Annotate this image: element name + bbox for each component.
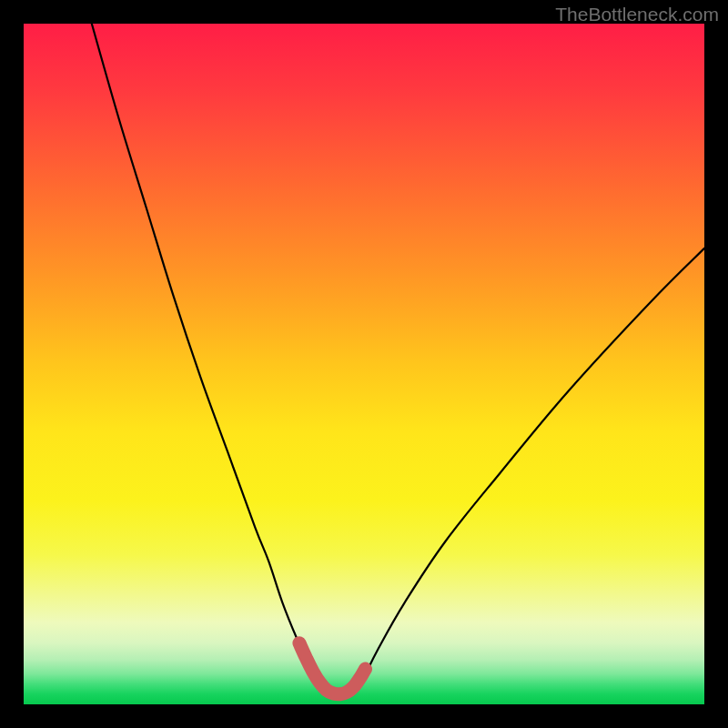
- optimal-zone-marker: [299, 643, 366, 694]
- curve-layer: [24, 24, 704, 704]
- watermark-text: TheBottleneck.com: [555, 4, 719, 25]
- bottleneck-curve: [92, 24, 704, 694]
- plot-area: [24, 24, 704, 704]
- chart-frame: TheBottleneck.com: [0, 0, 728, 728]
